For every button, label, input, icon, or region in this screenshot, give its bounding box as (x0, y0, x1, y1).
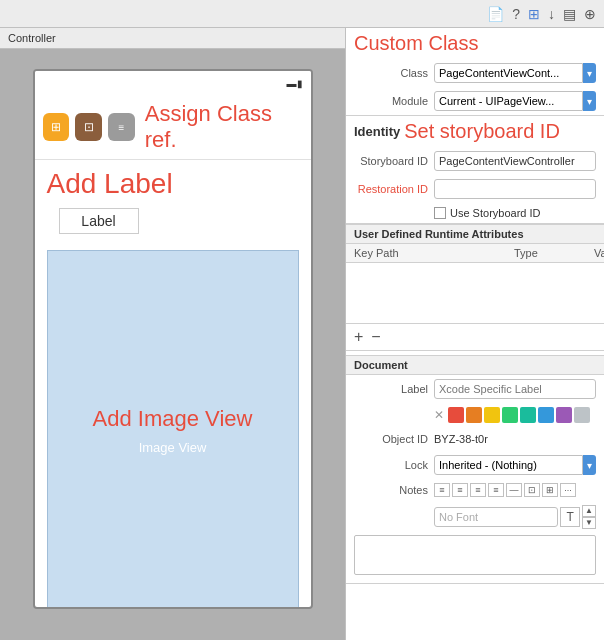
canvas-panel: Controller ▬▮ ⊞ ⊡ ≡ (0, 28, 345, 640)
more-icon[interactable]: ··· (560, 483, 576, 497)
color-light[interactable] (574, 407, 590, 423)
color-purple[interactable] (556, 407, 572, 423)
col-value-header: Value (594, 247, 604, 259)
class-field[interactable]: ▾ (434, 63, 596, 83)
font-field[interactable]: No Font (434, 507, 558, 527)
module-row: Module ▾ (346, 87, 604, 115)
inspector-icon[interactable]: ▤ (563, 6, 576, 22)
inspector-panel: Custom Class Class ▾ Module ▾ (345, 28, 604, 640)
lock-label: Lock (354, 459, 434, 471)
custom-class-header: Custom Class (346, 28, 604, 59)
object-id-label: Object ID (354, 433, 434, 445)
col-type-header: Type (514, 247, 594, 259)
canvas-title: Controller (8, 32, 56, 44)
class-input[interactable] (434, 63, 583, 83)
class-arrow-btn[interactable]: ▾ (583, 63, 596, 83)
phone-frame: ▬▮ ⊞ ⊡ ≡ Assign Class ref. (33, 69, 313, 609)
color-blue[interactable] (538, 407, 554, 423)
custom-class-section: Custom Class Class ▾ Module ▾ (346, 28, 604, 116)
document-header: Document (346, 355, 604, 375)
color-red[interactable] (448, 407, 464, 423)
align-left-icon[interactable]: ≡ (434, 483, 450, 497)
brown-icon: ⊡ (84, 120, 94, 134)
use-storyboard-checkbox[interactable] (434, 207, 446, 219)
identity-section: Identity Set storyboard ID Storyboard ID… (346, 116, 604, 224)
battery-icon: ▬▮ (287, 78, 303, 89)
stepper-down[interactable]: ▼ (582, 517, 596, 529)
align-center-icon[interactable]: ≡ (452, 483, 468, 497)
view-icon[interactable]: ⊞ (528, 6, 540, 22)
assign-class-label: Assign Class ref. (145, 101, 303, 153)
storyboard-id-row: Storyboard ID (346, 147, 604, 175)
storyboard-id-input[interactable] (434, 151, 596, 171)
restoration-id-label: Restoration ID (354, 183, 434, 195)
color-clear[interactable]: ✕ (434, 408, 444, 422)
stepper-up[interactable]: ▲ (582, 505, 596, 517)
restoration-id-row: Restoration ID (346, 175, 604, 203)
add-icon[interactable]: ⊕ (584, 6, 596, 22)
image-view-label: Image View (139, 440, 207, 455)
label-field-label: Label (354, 383, 434, 395)
font-t-icon[interactable]: T (560, 507, 580, 527)
identity-header: Identity Set storyboard ID (346, 116, 604, 147)
help-icon[interactable]: ? (512, 6, 520, 22)
color-green[interactable] (502, 407, 518, 423)
class-label: Class (354, 67, 434, 79)
lock-input[interactable] (434, 455, 583, 475)
orange-button[interactable]: ⊞ (43, 113, 70, 141)
lock-arrow-btn[interactable]: ▾ (583, 455, 596, 475)
storyboard-id-label: Storyboard ID (354, 155, 434, 167)
lock-row: Lock ▾ (346, 451, 604, 479)
table-actions: + − (346, 323, 604, 350)
use-storyboard-row: Use Storyboard ID (346, 203, 604, 223)
brown-button[interactable]: ⊡ (75, 113, 102, 141)
top-toolbar: 📄 ? ⊞ ↓ ▤ ⊕ (0, 0, 604, 28)
set-storyboard-text: Set storyboard ID (404, 120, 560, 143)
user-defined-section: User Defined Runtime Attributes Key Path… (346, 224, 604, 351)
use-storyboard-label: Use Storyboard ID (450, 207, 540, 219)
gray-icon: ≡ (118, 122, 124, 133)
restoration-id-input[interactable] (434, 179, 596, 199)
module-arrow-btn[interactable]: ▾ (583, 91, 596, 111)
module-field[interactable]: ▾ (434, 91, 596, 111)
font-stepper[interactable]: ▲ ▼ (582, 505, 596, 529)
gray-button[interactable]: ≡ (108, 113, 135, 141)
notes-textarea[interactable] (354, 535, 596, 575)
module-input[interactable] (434, 91, 583, 111)
align-right-icon[interactable]: ≡ (470, 483, 486, 497)
download-icon[interactable]: ↓ (548, 6, 555, 22)
align-justify-icon[interactable]: ≡ (488, 483, 504, 497)
class-row: Class ▾ (346, 59, 604, 87)
col-key-header: Key Path (354, 247, 514, 259)
lock-field[interactable]: ▾ (434, 455, 596, 475)
status-bar: ▬▮ (35, 71, 311, 95)
canvas-header: Controller (0, 28, 345, 49)
dash-icon[interactable]: — (506, 483, 522, 497)
object-id-row: Object ID BYZ-38-t0r (346, 427, 604, 451)
color-orange[interactable] (466, 407, 482, 423)
notes-icons: ≡ ≡ ≡ ≡ — ⊡ ⊞ ··· (434, 483, 596, 497)
color-yellow[interactable] (484, 407, 500, 423)
table-header: Key Path Type Value (346, 244, 604, 263)
file-icon[interactable]: 📄 (487, 6, 504, 22)
add-attribute-button[interactable]: + (354, 328, 363, 346)
canvas-content: ▬▮ ⊞ ⊡ ≡ Assign Class ref. (0, 49, 345, 640)
phone-content: Add Label Label Add Image View Image Vie… (35, 160, 311, 609)
orange-icon: ⊞ (51, 120, 61, 134)
custom-class-heading: Custom Class (354, 32, 478, 55)
label-element[interactable]: Label (59, 208, 139, 234)
label-row: Label (346, 375, 604, 403)
document-section: Document Label ✕ (346, 351, 604, 584)
user-defined-header: User Defined Runtime Attributes (346, 224, 604, 244)
image-icon[interactable]: ⊡ (524, 483, 540, 497)
add-label: Add Label (35, 160, 311, 204)
image-view-container: Add Image View Image View (47, 250, 299, 609)
add-image-label: Add Image View (93, 406, 253, 432)
label-input[interactable] (434, 379, 596, 399)
table-empty (346, 263, 604, 323)
color-teal[interactable] (520, 407, 536, 423)
notes-label: Notes (354, 484, 434, 496)
image2-icon[interactable]: ⊞ (542, 483, 558, 497)
phone-toolbar: ⊞ ⊡ ≡ Assign Class ref. (35, 95, 311, 160)
remove-attribute-button[interactable]: − (371, 328, 380, 346)
